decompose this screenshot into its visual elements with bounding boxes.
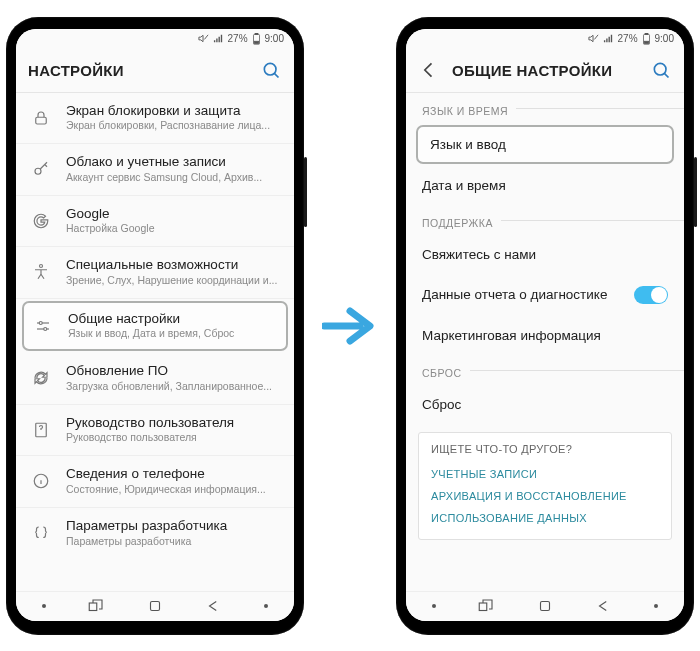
home-button[interactable] xyxy=(146,597,164,615)
svg-rect-19 xyxy=(645,33,648,35)
page-title: ОБЩИЕ НАСТРОЙКИ xyxy=(452,62,638,79)
related-link-data[interactable]: ИСПОЛЬЗОВАНИЕ ДАННЫХ xyxy=(431,507,659,529)
row-label: Маркетинговая информация xyxy=(422,328,668,343)
row-label: Дата и время xyxy=(422,178,668,193)
item-title: Руководство пользователя xyxy=(66,415,280,432)
row-datetime[interactable]: Дата и время xyxy=(406,166,684,205)
update-icon xyxy=(30,367,52,389)
settings-item-lock[interactable]: Экран блокировки и защитаЭкран блокировк… xyxy=(16,93,294,145)
settings-item-info[interactable]: Сведения о телефонеСостояние, Юридическа… xyxy=(16,456,294,508)
search-icon[interactable] xyxy=(650,59,672,81)
back-icon[interactable] xyxy=(418,59,440,81)
svg-rect-16 xyxy=(150,602,159,611)
signal-icon xyxy=(603,33,614,44)
phone-frame-right: 27% 9:00 ОБЩИЕ НАСТРОЙКИ ЯЗЫК И ВРЕМЯ xyxy=(396,17,694,635)
related-link-backup[interactable]: АРХИВАЦИЯ И ВОССТАНОВЛЕНИЕ xyxy=(431,485,659,507)
nav-dot-right xyxy=(654,604,658,608)
search-icon[interactable] xyxy=(260,59,282,81)
arrow-icon xyxy=(322,301,378,351)
toggle-on-icon[interactable] xyxy=(634,286,668,304)
row-label: Свяжитесь с нами xyxy=(422,247,668,262)
back-button[interactable] xyxy=(205,597,223,615)
settings-item-accessibility[interactable]: Специальные возможностиЗрение, Слух, Нар… xyxy=(16,247,294,299)
row-lang-input[interactable]: Язык и ввод xyxy=(416,125,674,164)
item-title: Сведения о телефоне xyxy=(66,466,280,483)
related-link-accounts[interactable]: УЧЕТНЫЕ ЗАПИСИ xyxy=(431,463,659,485)
row-contact[interactable]: Свяжитесь с нами xyxy=(406,235,684,274)
back-button[interactable] xyxy=(595,597,613,615)
related-title: ИЩЕТЕ ЧТО-ТО ДРУГОЕ? xyxy=(431,443,659,455)
settings-item-manual[interactable]: Руководство пользователяРуководство поль… xyxy=(16,405,294,457)
phone-frame-left: 27% 9:00 НАСТРОЙКИ Экран блокировки и за… xyxy=(6,17,304,635)
recents-button[interactable] xyxy=(87,597,105,615)
svg-rect-24 xyxy=(540,602,549,611)
manual-icon xyxy=(30,419,52,441)
item-title: Общие настройки xyxy=(68,311,278,328)
svg-point-7 xyxy=(35,169,41,175)
settings-item-sliders[interactable]: Общие настройкиЯзык и ввод, Дата и время… xyxy=(22,301,288,352)
row-diagnostics[interactable]: Данные отчета о диагностике xyxy=(406,274,684,316)
recents-button[interactable] xyxy=(477,597,495,615)
braces-icon xyxy=(30,522,52,544)
nav-bar xyxy=(406,591,684,621)
related-box: ИЩЕТЕ ЧТО-ТО ДРУГОЕ? УЧЕТНЫЕ ЗАПИСИ АРХИ… xyxy=(418,432,672,540)
item-subtitle: Загрузка обновлений, Запланированное... xyxy=(66,380,280,394)
mute-icon xyxy=(198,33,209,44)
svg-rect-3 xyxy=(254,41,259,43)
item-text: Общие настройкиЯзык и ввод, Дата и время… xyxy=(68,311,278,342)
settings-item-update[interactable]: Обновление ПОЗагрузка обновлений, Заплан… xyxy=(16,353,294,405)
signal-icon xyxy=(213,33,224,44)
svg-rect-15 xyxy=(89,603,97,611)
section-header-support: ПОДДЕРЖКА xyxy=(406,205,684,235)
nav-dot-right xyxy=(264,604,268,608)
item-text: Обновление ПОЗагрузка обновлений, Заплан… xyxy=(66,363,280,394)
sliders-icon xyxy=(32,315,54,337)
settings-item-key[interactable]: Облако и учетные записиАккаунт сервис Sa… xyxy=(16,144,294,196)
battery-icon xyxy=(252,33,261,45)
item-text: Сведения о телефонеСостояние, Юридическа… xyxy=(66,466,280,497)
item-text: GoogleНастройка Google xyxy=(66,206,280,237)
nav-dot-left xyxy=(432,604,436,608)
nav-bar xyxy=(16,591,294,621)
svg-point-4 xyxy=(264,63,276,75)
row-marketing[interactable]: Маркетинговая информация xyxy=(406,316,684,355)
item-subtitle: Аккаунт сервис Samsung Cloud, Архив... xyxy=(66,171,280,185)
item-title: Экран блокировки и защита xyxy=(66,103,280,120)
page-title: НАСТРОЙКИ xyxy=(28,62,248,79)
lock-icon xyxy=(30,107,52,129)
svg-rect-23 xyxy=(479,603,487,611)
item-subtitle: Язык и ввод, Дата и время, Сброс xyxy=(68,327,278,341)
row-label: Данные отчета о диагностике xyxy=(422,287,634,302)
clock-text: 9:00 xyxy=(655,33,674,44)
nav-dot-left xyxy=(42,604,46,608)
item-subtitle: Зрение, Слух, Нарушение координации и... xyxy=(66,274,280,288)
item-title: Специальные возможности xyxy=(66,257,280,274)
home-button[interactable] xyxy=(536,597,554,615)
svg-point-10 xyxy=(39,321,42,324)
item-title: Облако и учетные записи xyxy=(66,154,280,171)
key-icon xyxy=(30,158,52,180)
clock-text: 9:00 xyxy=(265,33,284,44)
mute-icon xyxy=(588,33,599,44)
google-icon xyxy=(30,210,52,232)
row-reset[interactable]: Сброс xyxy=(406,385,684,424)
row-label: Язык и ввод xyxy=(430,137,660,152)
item-title: Параметры разработчика xyxy=(66,518,280,535)
status-bar: 27% 9:00 xyxy=(16,29,294,49)
svg-line-22 xyxy=(664,73,668,77)
item-text: Руководство пользователяРуководство поль… xyxy=(66,415,280,446)
svg-point-12 xyxy=(44,327,47,330)
settings-item-google[interactable]: GoogleНастройка Google xyxy=(16,196,294,248)
screen-left: 27% 9:00 НАСТРОЙКИ Экран блокировки и за… xyxy=(16,29,294,621)
item-text: Параметры разработчикаПараметры разработ… xyxy=(66,518,280,549)
battery-text: 27% xyxy=(228,33,248,44)
svg-point-21 xyxy=(654,63,666,75)
titlebar: ОБЩИЕ НАСТРОЙКИ xyxy=(406,49,684,93)
settings-list: Экран блокировки и защитаЭкран блокировк… xyxy=(16,93,294,591)
settings-item-braces[interactable]: Параметры разработчикаПараметры разработ… xyxy=(16,508,294,559)
item-text: Специальные возможностиЗрение, Слух, Нар… xyxy=(66,257,280,288)
status-bar: 27% 9:00 xyxy=(406,29,684,49)
svg-rect-6 xyxy=(36,117,47,124)
section-header-langtime: ЯЗЫК И ВРЕМЯ xyxy=(406,93,684,123)
section-header-reset: СБРОС xyxy=(406,355,684,385)
